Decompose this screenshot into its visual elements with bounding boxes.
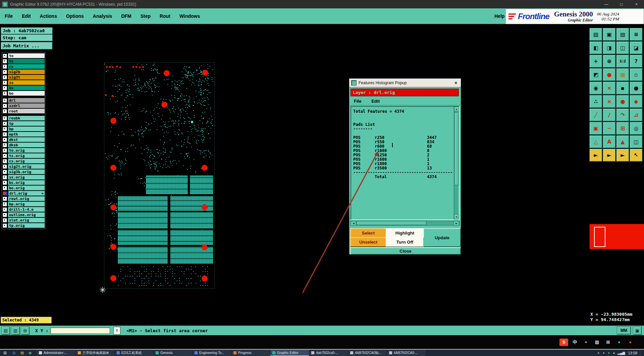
- tool-button-11[interactable]: 1:2: [616, 55, 629, 68]
- tray-green-icon[interactable]: ●: [608, 351, 610, 355]
- tool-button-37[interactable]: ►: [589, 149, 602, 162]
- turn-off-button[interactable]: Turn Off: [386, 237, 424, 247]
- menu-rout[interactable]: Rout: [160, 13, 170, 19]
- layer-row-ts[interactable]: ts: [2, 58, 45, 64]
- layer-checkbox[interactable]: [3, 207, 7, 212]
- app-icon[interactable]: ◉: [26, 350, 34, 356]
- layer-checkbox[interactable]: [3, 138, 7, 142]
- restore-button[interactable]: □: [614, 0, 629, 8]
- tool-button-24[interactable]: ◆: [630, 95, 643, 108]
- layer-row-cs[interactable]: cs: [2, 64, 45, 69]
- sogou-icon[interactable]: S: [559, 339, 568, 346]
- layer-checkbox[interactable]: [3, 223, 7, 228]
- layer-checkbox[interactable]: [3, 164, 7, 169]
- popup-close-icon[interactable]: ×: [453, 80, 459, 86]
- layer-row-drl[interactable]: drl: [2, 98, 45, 103]
- highlight-button[interactable]: Highlight: [386, 228, 424, 238]
- update-button[interactable]: Update: [423, 228, 461, 247]
- scroll-right-icon[interactable]: ▶: [454, 221, 459, 226]
- layer-row-dkst[interactable]: dkst: [2, 137, 45, 142]
- tool-button-4[interactable]: ≡: [630, 28, 643, 41]
- layer-row-cs.orig[interactable]: cs.orig: [2, 158, 45, 164]
- tool-button-19[interactable]: ▪: [616, 82, 629, 95]
- tool-button-2[interactable]: ▣: [603, 28, 616, 41]
- navigator-viewport[interactable]: [594, 227, 605, 247]
- layer-checkbox[interactable]: [3, 54, 7, 58]
- tool-button-5[interactable]: ◧: [589, 41, 602, 54]
- scroll-down-icon[interactable]: ▼: [454, 214, 459, 219]
- layer-checkbox[interactable]: [3, 148, 7, 153]
- tool-button-20[interactable]: ●: [630, 82, 643, 95]
- layer-row-roubk[interactable]: roubk: [2, 115, 45, 121]
- unselect-button[interactable]: Unselect: [350, 237, 386, 247]
- tool-button-7[interactable]: ◫: [616, 41, 629, 54]
- tool-button-10[interactable]: ⊕: [603, 55, 616, 68]
- taskbar-app[interactable]: 4AB7502CA0制...: [348, 350, 387, 356]
- horizontal-scrollbar[interactable]: ◀ ▶: [351, 221, 460, 225]
- volume-icon[interactable]: ◂: [613, 351, 614, 355]
- tray-blue-icon[interactable]: ●: [603, 351, 605, 355]
- explorer-icon[interactable]: ▤: [18, 350, 26, 356]
- layer-checkbox[interactable]: [3, 86, 7, 90]
- taskbar-app[interactable]: EDS工程系统: [115, 350, 154, 356]
- vertical-scrollbar[interactable]: ▲ ▼: [454, 107, 459, 219]
- layer-row-bs[interactable]: bs: [2, 85, 45, 91]
- status-red-icon[interactable]: ●: [626, 339, 635, 346]
- tool-button-32[interactable]: ◎: [630, 122, 643, 135]
- keyboard-icon[interactable]: ▤: [593, 339, 601, 346]
- close-button[interactable]: ×: [629, 0, 644, 8]
- layer-checkbox[interactable]: [3, 104, 7, 108]
- tool-button-30[interactable]: ─: [603, 122, 616, 135]
- layer-row-ts.orig[interactable]: ts.orig: [2, 153, 45, 158]
- tool-button-28[interactable]: ⊿: [630, 108, 643, 121]
- close-button[interactable]: Close: [350, 247, 461, 255]
- tool-button-34[interactable]: A: [603, 135, 616, 148]
- tool-button-38[interactable]: ►: [603, 149, 616, 162]
- layer-row-drill-1-4.o[interactable]: drill-1-4.o: [2, 207, 45, 212]
- layer-checkbox[interactable]: [3, 81, 7, 85]
- show-desktop-button[interactable]: [640, 350, 642, 356]
- layer-row-bs.orig[interactable]: bs.orig: [2, 180, 45, 185]
- layer-checkbox[interactable]: [3, 213, 7, 217]
- tool-button-40[interactable]: ↖: [630, 149, 643, 162]
- taskbar-clock[interactable]: 13:58: [628, 351, 637, 355]
- tool-button-15[interactable]: ▦: [616, 68, 629, 81]
- layer-checkbox[interactable]: [3, 91, 7, 96]
- tray-expand-icon[interactable]: ∧: [597, 351, 600, 355]
- layer-row-tp.orig[interactable]: tp.orig: [2, 223, 45, 228]
- tool-button-27[interactable]: ↷: [616, 108, 629, 121]
- layer-row-sig2b[interactable]: sig2b: [2, 69, 45, 74]
- layer-row-to.orig[interactable]: to.orig: [2, 148, 45, 153]
- taskbar-app[interactable]: Graphic Editor: [270, 350, 309, 356]
- layer-row-outline.orig[interactable]: outline.orig: [2, 212, 45, 217]
- status-green-icon[interactable]: ●: [615, 339, 624, 346]
- punctuation-icon[interactable]: +: [582, 339, 590, 346]
- layer-row-tp[interactable]: tp: [2, 121, 45, 126]
- minimize-button[interactable]: —: [599, 0, 614, 8]
- layer-row-drl.orig[interactable]: drl.orig=: [2, 191, 45, 196]
- layer-row-ss.orig[interactable]: ss.orig: [2, 174, 45, 180]
- layer-checkbox[interactable]: [3, 70, 7, 74]
- tool-button-9[interactable]: +: [589, 55, 602, 68]
- layer-row-sig3b.orig[interactable]: sig3b.orig: [2, 169, 45, 174]
- layer-row-mpth[interactable]: mpth: [2, 132, 45, 137]
- layer-checkbox[interactable]: [3, 121, 7, 126]
- layer-checkbox[interactable]: [3, 109, 7, 113]
- taskbar-app[interactable]: Administrator:...: [37, 350, 76, 356]
- layer-row-to[interactable]: to: [2, 53, 45, 58]
- layer-checkbox[interactable]: [3, 75, 7, 80]
- layer-checkbox[interactable]: [3, 116, 7, 120]
- tool-button-36[interactable]: ◫: [630, 135, 643, 148]
- layer-row-rout.orig[interactable]: rout.orig: [2, 196, 45, 201]
- units-button[interactable]: MM: [617, 326, 631, 335]
- pages-icon-button[interactable]: ▥: [11, 326, 20, 335]
- tool-button-13[interactable]: ◩: [589, 68, 602, 81]
- layer-checkbox[interactable]: [3, 64, 7, 69]
- layer-checkbox[interactable]: [3, 143, 7, 147]
- start-button[interactable]: ⊞: [0, 350, 10, 356]
- tool-button-17[interactable]: ◉: [589, 82, 602, 95]
- tool-button-29[interactable]: ▣: [589, 122, 602, 135]
- tool-button-1[interactable]: ▧: [589, 28, 602, 41]
- menu-windows[interactable]: Windows: [179, 13, 200, 19]
- toolbox-icon[interactable]: ⊞: [604, 339, 612, 346]
